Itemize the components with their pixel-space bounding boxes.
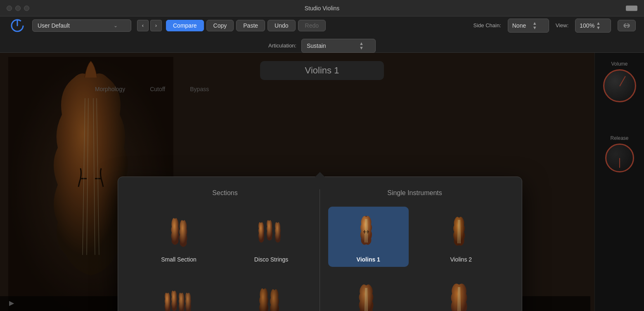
preset-dropdown[interactable]: User Default ⌄ [32,19,131,32]
view-value: 100% [580,22,594,29]
minimize-button[interactable] [15,5,21,11]
instrument-item-violins2[interactable]: Violins 2 [421,207,502,267]
instrument-item-singer-songwriter[interactable]: Singer Songwriter [139,275,219,311]
violins1-name: Violins 1 [357,256,380,263]
articulation-row: Articulation: Sustain ▲▼ [268,39,376,53]
nav-buttons: ‹ › [137,20,162,31]
string-ensemble-img [251,279,292,311]
small-section-icon [160,213,197,250]
battery-icon [626,5,637,11]
preset-value: User Default [38,22,70,29]
sections-column: Sections [130,189,320,311]
sidechain-value: None [512,22,526,29]
copy-button[interactable]: Copy [206,20,234,31]
singer-songwriter-icon [160,281,197,311]
disco-strings-icon [253,213,290,250]
nav-prev-button[interactable]: ‹ [137,20,149,31]
violins2-img [440,211,482,252]
articulation-value: Sustain [307,42,326,49]
action-buttons: Compare Copy Paste Undo Redo [166,20,326,31]
instrument-item-violins1[interactable]: Violins 1 [328,207,409,267]
view-arrows: ▲▼ [596,21,601,30]
string-ensemble-icon [253,281,290,311]
instrument-item-violas[interactable]: Violas [328,275,409,311]
sections-grid: Small Section [139,207,311,311]
sections-title: Sections [139,189,311,197]
close-button[interactable] [7,5,12,11]
view-label: View: [556,22,569,28]
violins2-icon [443,213,480,250]
instrument-item-disco-strings[interactable]: Disco Strings [231,207,311,267]
single-instruments-grid: Violins 1 [328,207,501,311]
compare-button[interactable]: Compare [166,20,204,31]
articulation-dropdown[interactable]: Sustain ▲▼ [301,39,376,53]
link-icon [622,22,631,29]
title-bar: Studio Violins [0,0,644,16]
toolbar-right: Side Chain: None ▲▼ View: 100% ▲▼ [474,19,636,33]
link-button[interactable] [618,20,636,31]
instrument-item-small-section[interactable]: Small Section [139,207,219,267]
violas-img [348,279,389,311]
toolbar-row2: Articulation: Sustain ▲▼ [8,39,636,53]
traffic-lights [7,5,29,11]
violas-icon [350,281,387,311]
violins1-img [348,211,389,252]
articulation-label: Articulation: [268,42,296,49]
maximize-button[interactable] [24,5,29,11]
cellos-icon [443,281,480,311]
violins1-icon [350,213,387,250]
violins2-name: Violins 2 [450,256,472,263]
disco-strings-name: Disco Strings [254,256,288,263]
sidechain-dropdown[interactable]: None ▲▼ [508,19,549,33]
popup-sections: Sections [130,189,509,311]
single-instruments-column: Single Instruments [320,189,509,311]
sidechain-label: Side Chain: [474,22,501,28]
undo-button[interactable]: Undo [268,20,295,31]
instrument-picker-popup: Sections [118,177,522,311]
redo-button[interactable]: Redo [298,20,326,31]
power-button[interactable] [8,16,26,35]
sidechain-arrows: ▲▼ [533,21,537,30]
paste-button[interactable]: Paste [236,20,265,31]
articulation-arrows: ▲▼ [359,41,364,50]
toolbar-row1: User Default ⌄ ‹ › Compare Copy Paste Un… [8,16,636,35]
window-title: Studio Violins [305,5,340,12]
view-dropdown[interactable]: 100% ▲▼ [575,19,611,33]
power-icon [10,18,25,33]
instrument-item-string-ensemble[interactable]: String Ensemble [231,275,311,311]
small-section-name: Small Section [161,256,197,263]
main-content: Violins 1 Morphology Cutoff Bypass Volum… [0,53,644,311]
single-instruments-title: Single Instruments [328,189,501,197]
preset-dropdown-arrow: ⌄ [114,23,118,28]
toolbar: User Default ⌄ ‹ › Compare Copy Paste Un… [0,16,644,53]
cellos-img [440,279,482,311]
nav-next-button[interactable]: › [150,20,162,31]
disco-strings-img [251,211,292,252]
singer-songwriter-img [158,279,199,311]
small-section-img [158,211,199,252]
instrument-item-cellos[interactable]: Cellos [421,275,502,311]
